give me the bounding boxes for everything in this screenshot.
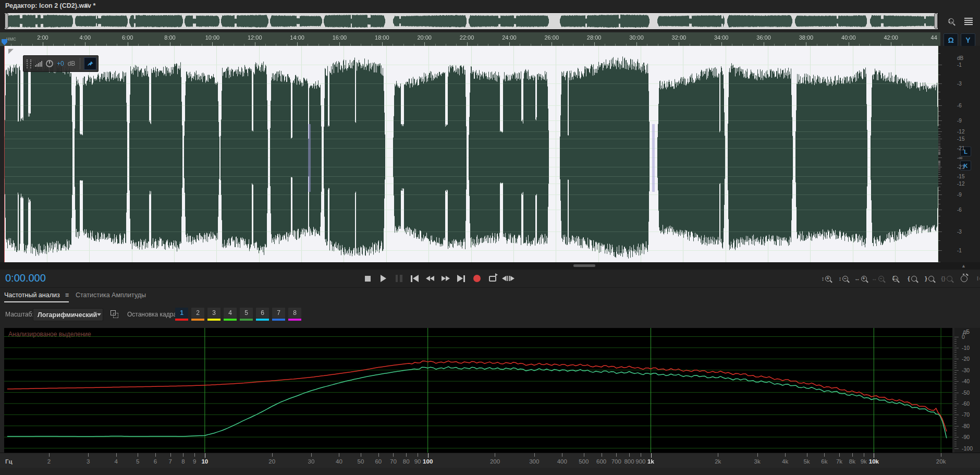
marker-tool-button[interactable]: Y [961, 33, 975, 46]
play-button[interactable] [376, 272, 390, 285]
zoom-in-amplitude-button[interactable]: ↕+ [819, 272, 833, 285]
gain-hud[interactable]: +0 dB [23, 55, 99, 72]
go-to-start-button[interactable] [408, 272, 421, 285]
hold-color-bar [240, 319, 253, 321]
gain-knob-icon[interactable] [46, 60, 53, 67]
hold-buttons: 12345678 [175, 308, 301, 321]
hold-frame-6[interactable]: 6 [256, 308, 269, 321]
go-to-end-button[interactable] [455, 272, 468, 285]
tab-amplitude-statistics[interactable]: Статистика Амплитуды [76, 291, 146, 299]
zoom-out-time-button[interactable]: ↔− [871, 272, 885, 285]
freq-tick-label: 500 [579, 458, 589, 465]
snap-toggle-button[interactable]: Ω [944, 33, 958, 46]
scroll-up-icon[interactable]: ▲ [961, 263, 966, 269]
zoom-to-in-point-button[interactable]: { [905, 272, 919, 285]
waveform-display[interactable]: ◤ +0 dB [4, 46, 938, 262]
chart-db-ruler[interactable]: дБ 0-10-20-30-40-50-60-70-80-90-100 [954, 328, 980, 453]
record-button[interactable] [470, 272, 484, 285]
rewind-button[interactable] [423, 272, 437, 285]
hold-color-bar [272, 319, 285, 321]
zoom-reset-button[interactable] [957, 272, 971, 285]
zoom-full-button[interactable]: I+ [974, 272, 980, 285]
scale-select[interactable]: Логарифмический [33, 308, 103, 321]
overview-left-handle[interactable] [5, 13, 8, 29]
chevron-down-icon [97, 313, 101, 316]
zoom-navigate-icon[interactable]: ↔↔ [945, 15, 957, 28]
freq-tick-label: 10k [869, 458, 879, 465]
amplitude-ruler[interactable]: dB L K -1-1-3-3-6-6-9-9-12-12-15-15-21-2… [938, 46, 980, 262]
skip-selection-button[interactable] [501, 272, 515, 285]
frequency-unit: Гц [5, 458, 13, 465]
frequency-plot [4, 328, 952, 453]
collapse-triangle-icon[interactable]: ◤ [8, 47, 14, 55]
zoom-in-time-button[interactable]: ↔+ [854, 272, 867, 285]
hold-frame-1[interactable]: 1 [175, 308, 188, 321]
hold-button-8[interactable]: 8 [288, 308, 301, 318]
zoom-out-amplitude-button[interactable]: ↕− [837, 272, 850, 285]
hold-frame-5[interactable]: 5 [240, 308, 253, 321]
transport-bar: 0:00.000 ↕+↕−↔+↔−↔↔{}{}I+ [0, 270, 980, 287]
time-display[interactable]: 0:00.000 [5, 272, 46, 284]
freq-tick-label: 20k [936, 458, 946, 465]
copy-icon[interactable] [111, 310, 118, 318]
pin-icon [87, 60, 94, 67]
zoom-to-out-point-button[interactable]: } [923, 272, 936, 285]
freq-tick-label: 400 [557, 458, 567, 465]
overview-right-handle[interactable] [934, 13, 938, 29]
panel-menu-icon[interactable]: ≡ [84, 1, 89, 9]
tab-frequency-analysis[interactable]: Частотный анализ ≡ [4, 291, 69, 302]
hold-button-7[interactable]: 7 [272, 308, 285, 318]
hold-color-bar [191, 319, 204, 321]
ruler-label: 32:00 [672, 34, 687, 41]
amplitude-unit: dB [957, 55, 963, 61]
timeline-ruler[interactable]: чмс 2:004:006:008:0010:0012:0014:0016:00… [0, 32, 940, 46]
hold-button-1[interactable]: 1 [175, 308, 188, 318]
editor-panel-header: Редактор: Icon 2 (CD2).wav * ≡ [0, 0, 980, 11]
pause-button[interactable] [392, 272, 406, 285]
overview-strip[interactable] [4, 13, 938, 30]
freq-tick-label: 8k [849, 458, 855, 465]
hold-frame-7[interactable]: 7 [272, 308, 285, 321]
freq-tick-label: 6 [154, 458, 157, 465]
scrollbar-thumb[interactable] [573, 264, 595, 267]
hold-button-2[interactable]: 2 [191, 308, 204, 318]
marker-stripe [308, 124, 311, 192]
freq-tick-label: 9k [861, 458, 867, 465]
ruler-label: 26:00 [545, 34, 559, 41]
ruler-label: 20:00 [417, 34, 432, 41]
freq-tick-label: 300 [529, 458, 539, 465]
tab-menu-icon[interactable]: ≡ [65, 291, 69, 299]
hold-button-4[interactable]: 4 [224, 308, 237, 318]
freq-tick-label: 900 [635, 458, 645, 465]
pin-button[interactable] [84, 57, 96, 70]
freq-tick-label: 60 [375, 458, 382, 465]
gain-value[interactable]: +0 [57, 60, 64, 67]
hold-frame-8[interactable]: 8 [288, 308, 301, 321]
frequency-axis: Гц 2345678910203040506070809010020030040… [0, 453, 980, 468]
zoom-to-selection-button[interactable]: {} [940, 272, 953, 285]
frequency-chart[interactable]: Анализированое выделение [4, 328, 952, 453]
ruler-toolbar: Ω Y [941, 33, 980, 46]
hold-button-6[interactable]: 6 [256, 308, 269, 318]
hold-frame-4[interactable]: 4 [224, 308, 237, 321]
playhead-marker[interactable] [2, 39, 7, 45]
freq-tick-label: 700 [611, 458, 621, 465]
audition-editor: Редактор: Icon 2 (CD2).wav * ≡ ↔↔ чмс 2:… [0, 0, 980, 475]
loop-playback-button[interactable] [486, 272, 499, 285]
ruler-label: 22:00 [460, 34, 474, 41]
waveform-canvas[interactable] [4, 46, 938, 262]
hold-frame-2[interactable]: 2 [191, 308, 204, 321]
hold-frame-3[interactable]: 3 [207, 308, 220, 321]
zoom-navigate-button[interactable]: ↔↔ [888, 272, 902, 285]
ruler-label: 18:00 [375, 34, 389, 41]
hud-grip-icon[interactable] [27, 59, 31, 68]
hold-button-3[interactable]: 3 [207, 308, 220, 318]
horizontal-scrollbar[interactable]: ▲ [0, 262, 980, 270]
selection-label: Анализированое выделение [8, 331, 91, 338]
stop-button[interactable] [361, 272, 374, 285]
overview-waveform[interactable] [5, 13, 938, 29]
fast-forward-button[interactable] [439, 272, 452, 285]
list-menu-icon[interactable] [962, 15, 975, 28]
freq-tick-label: 7 [168, 458, 172, 465]
hold-button-5[interactable]: 5 [240, 308, 253, 318]
